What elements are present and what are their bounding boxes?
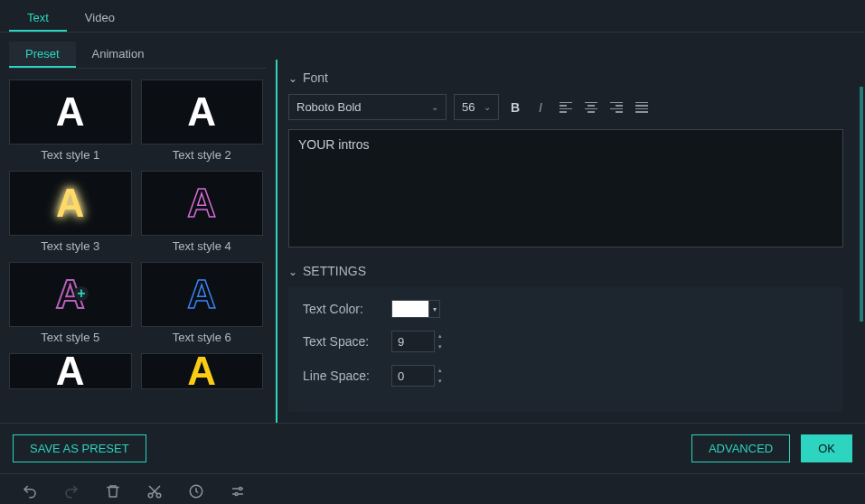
preset-label: Text style 3 (41, 239, 99, 253)
sub-tabs: Preset Animation (9, 42, 267, 69)
preset-thumb: A (141, 262, 264, 327)
text-color-row: Text Color: ▾ (303, 300, 829, 318)
align-right-icon (610, 102, 623, 113)
align-center-icon (585, 102, 597, 113)
text-space-row: Text Space: ▴▾ (303, 331, 829, 352)
preset-grid: A Text style 1 A Text style 2 A Text sty… (9, 79, 267, 389)
text-space-label: Text Space: (303, 334, 375, 349)
chevron-down-icon (288, 70, 297, 85)
ok-button[interactable]: OK (801, 434, 852, 462)
tab-text[interactable]: Text (9, 5, 67, 32)
chevron-down-icon: ▾ (429, 300, 440, 318)
preset-label: Text style 2 (173, 148, 231, 162)
align-right-button[interactable] (607, 98, 625, 117)
font-section-header[interactable]: Font (288, 70, 843, 85)
align-left-icon (559, 102, 572, 113)
tab-video[interactable]: Video (67, 5, 133, 32)
cut-icon[interactable] (146, 483, 163, 499)
font-toolbar: Roboto Bold⌄ 56⌄ B I (288, 94, 843, 120)
svg-point-1 (156, 493, 161, 498)
preset-item[interactable]: A Text style 4 (141, 171, 264, 253)
preset-thumb: A (141, 353, 264, 389)
preset-label: Text style 6 (173, 331, 231, 344)
preset-thumb: A (9, 79, 132, 145)
line-space-input[interactable] (391, 365, 435, 387)
preset-item[interactable]: A (141, 353, 264, 389)
preset-thumb: A (9, 353, 132, 389)
preset-item[interactable]: A Text style 6 (141, 262, 264, 344)
bold-button[interactable]: B (506, 98, 524, 117)
redo-icon (63, 483, 80, 499)
align-left-button[interactable] (557, 98, 575, 117)
delete-icon[interactable] (105, 483, 121, 499)
svg-point-3 (240, 488, 242, 490)
settings-body: Text Color: ▾ Text Space: ▴▾ Line Space:… (288, 287, 843, 412)
settings-section-header[interactable]: SETTINGS (288, 264, 843, 278)
settings-section-label: SETTINGS (303, 264, 366, 278)
preset-thumb: A (141, 171, 264, 236)
text-content-input[interactable] (288, 129, 843, 247)
preset-label: Text style 4 (173, 239, 231, 253)
preset-item[interactable]: A Text style 3 (9, 171, 132, 253)
bottom-bar: SAVE AS PRESET ADVANCED OK (0, 423, 865, 473)
subtab-animation[interactable]: Animation (76, 42, 161, 68)
line-space-label: Line Space: (303, 369, 375, 383)
chevron-down-icon: ⌄ (484, 102, 491, 112)
align-justify-button[interactable] (633, 98, 651, 117)
text-color-label: Text Color: (303, 302, 375, 316)
save-preset-button[interactable]: SAVE AS PRESET (13, 434, 146, 462)
italic-button[interactable]: I (531, 98, 550, 117)
align-justify-icon (635, 102, 648, 113)
preset-item[interactable]: A (9, 353, 132, 389)
align-center-button[interactable] (582, 98, 600, 117)
advanced-button[interactable]: ADVANCED (691, 434, 790, 462)
text-space-input[interactable] (391, 331, 435, 352)
text-space-spinner[interactable]: ▴▾ (435, 331, 446, 352)
preset-item[interactable]: A Text style 2 (141, 79, 264, 162)
line-space-spinner[interactable]: ▴▾ (435, 365, 446, 387)
svg-point-0 (148, 493, 153, 498)
scrollbar[interactable] (860, 87, 863, 322)
preset-thumb: A (9, 262, 132, 327)
chevron-down-icon (288, 264, 297, 278)
svg-point-4 (235, 493, 238, 496)
bottom-toolbar (0, 473, 865, 504)
undo-icon[interactable] (22, 483, 38, 499)
preset-label: Text style 5 (41, 331, 99, 344)
text-color-picker[interactable]: ▾ (391, 300, 440, 318)
history-icon[interactable] (188, 483, 204, 499)
preset-item[interactable]: A Text style 5 (9, 262, 132, 344)
preset-thumb: A (9, 171, 132, 236)
font-family-select[interactable]: Roboto Bold⌄ (288, 94, 447, 120)
right-panel: Text name: Opener 7 Font Roboto Bold⌄ 56… (276, 60, 865, 423)
line-space-row: Line Space: ▴▾ (303, 365, 829, 387)
subtab-preset[interactable]: Preset (9, 42, 76, 68)
font-section-label: Font (303, 70, 328, 85)
settings-sliders-icon[interactable] (230, 483, 246, 499)
main-area: Preset Animation A Text style 1 A Text s… (0, 33, 865, 423)
preset-label: Text style 1 (41, 148, 99, 162)
preset-item[interactable]: A Text style 1 (9, 79, 132, 162)
color-swatch (391, 300, 429, 318)
chevron-down-icon: ⌄ (431, 102, 438, 112)
preset-thumb: A (141, 79, 264, 145)
font-size-select[interactable]: 56⌄ (454, 94, 499, 120)
left-panel: Preset Animation A Text style 1 A Text s… (0, 33, 276, 423)
top-tabs: Text Video (0, 0, 865, 33)
